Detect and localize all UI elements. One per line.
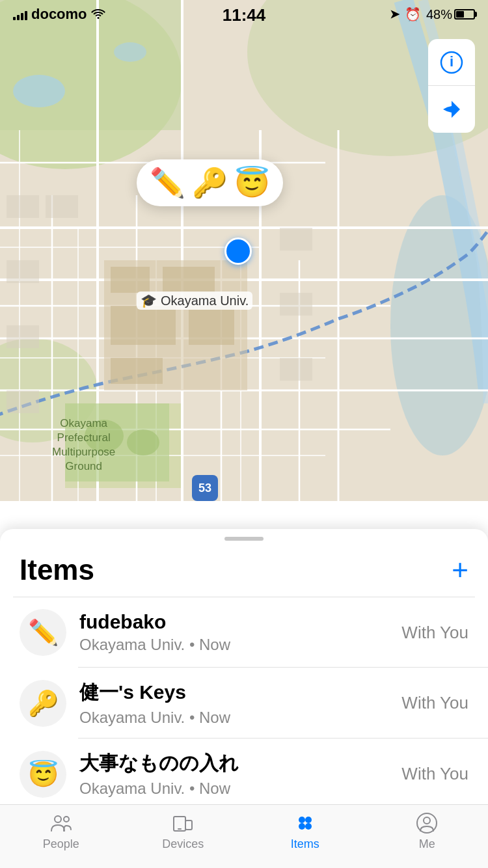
item-icon-daijina: 😇 [20,751,66,798]
item-name-fudebako: fudebako [79,611,401,633]
location-button[interactable] [428,86,475,133]
svg-rect-38 [7,325,39,348]
items-icon [293,811,317,835]
alarm-icon: ⏰ [405,7,421,22]
item-emoji-key: 🔑 [28,689,59,718]
status-right: ➤ ⏰ 48% [390,7,475,22]
item-location-fudebako: Okayama Univ. • Now [79,636,401,654]
item-icon-fudebako: ✏️ [20,609,66,656]
svg-rect-33 [189,306,234,345]
svg-point-50 [55,816,61,822]
bottom-sheet: Items + ✏️ fudebako Okayama Univ. • Now … [0,529,488,804]
svg-rect-37 [7,260,39,283]
location-icon: ➤ [390,7,400,21]
svg-point-58 [305,823,312,830]
map-buttons[interactable]: i [428,39,475,133]
university-label: 🎓 Okayama Univ. [137,292,252,310]
carrier-label: docomo [31,6,87,23]
item-icon-keys: 🔑 [20,680,66,727]
park-label: OkayamaPrefecturalMultipurposeGround [52,416,115,474]
svg-rect-30 [111,267,150,293]
map-view[interactable]: i ✏️ 🔑 😇 🎓 Okayama Univ. OkayamaPrefectu… [0,0,488,501]
popup-item-key: 🔑 [192,169,228,197]
item-row-keys[interactable]: 🔑 健一's Keys Okayama Univ. • Now With You [0,668,488,739]
sheet-title: Items [20,554,94,586]
university-name: Okayama Univ. [161,293,249,308]
time-display: 11:44 [223,5,266,25]
item-row-daijina[interactable]: 😇 大事なものの入れ Okayama Univ. • Now With You [0,739,488,804]
battery-indicator: 48% [426,7,475,22]
svg-rect-39 [7,390,39,413]
tab-items[interactable]: Items [244,811,366,851]
status-bar: docomo 11:44 ➤ ⏰ 48% [0,0,488,29]
sheet-header: Items + [0,541,488,597]
svg-rect-53 [185,821,192,830]
devices-icon [171,811,195,835]
svg-rect-36 [46,195,78,218]
tab-devices-label: Devices [162,837,204,851]
popup-item-pen: ✏️ [150,169,185,197]
tab-items-label: Items [291,837,319,851]
people-icon [49,811,73,835]
item-emoji-pen: ✏️ [28,618,59,647]
svg-point-51 [64,817,69,822]
route-badge: 53 [192,475,218,501]
svg-rect-34 [111,358,163,384]
popup-item-angel: 😇 [234,169,270,197]
item-name-keys: 健一's Keys [79,679,401,706]
current-location-dot [224,237,252,265]
battery-percent: 48% [426,7,452,22]
svg-point-46 [13,75,65,107]
university-icon: 🎓 [141,293,157,308]
tab-bar: People Devices Items Me [0,804,488,868]
svg-rect-32 [111,306,176,345]
item-location-daijina: Okayama Univ. • Now [79,780,401,798]
tab-people[interactable]: People [0,811,122,851]
info-button[interactable]: i [428,39,475,86]
svg-point-45 [127,429,159,455]
svg-rect-42 [280,358,312,381]
svg-rect-41 [280,293,312,316]
svg-point-60 [424,817,430,824]
status-left: docomo [13,6,105,23]
item-emoji-angel: 😇 [28,760,59,789]
item-status-fudebako: With You [401,623,468,643]
tab-me[interactable]: Me [366,811,489,851]
item-info-keys: 健一's Keys Okayama Univ. • Now [79,679,401,727]
svg-point-47 [114,42,146,62]
item-info-daijina: 大事なものの入れ Okayama Univ. • Now [79,750,401,798]
item-status-daijina: With You [401,764,468,784]
signal-icon [13,8,27,20]
svg-point-57 [299,823,305,830]
tab-me-label: Me [419,837,435,851]
item-location-keys: Okayama Univ. • Now [79,709,401,727]
tab-people-label: People [43,837,79,851]
svg-point-55 [299,817,305,823]
add-item-button[interactable]: + [452,556,468,584]
svg-rect-40 [280,228,312,251]
item-name-daijina: 大事なものの入れ [79,750,401,777]
item-popup-bubble: ✏️ 🔑 😇 [137,159,283,206]
tab-devices[interactable]: Devices [122,811,245,851]
svg-rect-35 [7,195,39,218]
item-row-fudebako[interactable]: ✏️ fudebako Okayama Univ. • Now With You [0,597,488,668]
svg-rect-31 [163,267,215,293]
me-icon [415,811,439,835]
item-info-fudebako: fudebako Okayama Univ. • Now [79,611,401,654]
map-background: i ✏️ 🔑 😇 🎓 Okayama Univ. OkayamaPrefectu… [0,0,488,501]
svg-point-56 [305,817,312,823]
wifi-icon [91,7,105,22]
item-status-keys: With You [401,693,468,713]
battery-icon [454,9,475,20]
svg-text:i: i [450,53,454,70]
